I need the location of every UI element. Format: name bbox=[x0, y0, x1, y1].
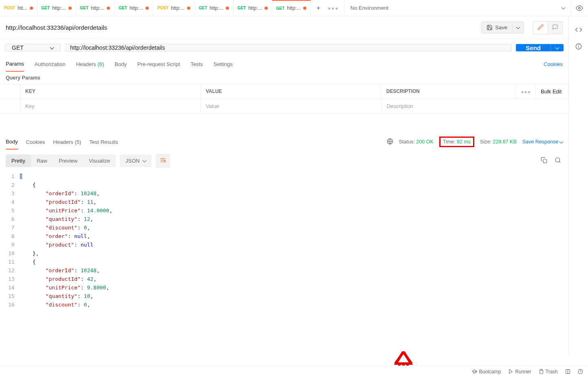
save-dropdown[interactable] bbox=[513, 22, 524, 33]
tab-method: GET bbox=[276, 6, 285, 11]
footer-panes-icon[interactable] bbox=[565, 369, 570, 374]
svg-line-7 bbox=[559, 161, 560, 163]
cookies-link[interactable]: Cookies bbox=[544, 61, 563, 67]
footer-help-icon[interactable] bbox=[578, 369, 583, 374]
size-label: Size: 228.67 KB bbox=[480, 139, 517, 145]
send-button[interactable]: Send bbox=[516, 44, 551, 51]
request-tab[interactable]: GEThttp:... bbox=[195, 0, 233, 16]
right-rail bbox=[568, 16, 588, 355]
new-tab-icon[interactable]: + bbox=[317, 4, 320, 12]
dirty-indicator bbox=[145, 7, 149, 10]
title-bar: http://localhost:33236/api/orderdetails … bbox=[0, 16, 568, 39]
param-key-input[interactable]: Key bbox=[20, 99, 201, 113]
svg-marker-10 bbox=[509, 370, 513, 374]
bulk-edit-button[interactable]: Bulk Edit bbox=[536, 84, 568, 99]
tab-method: POST bbox=[157, 6, 168, 10]
tab-method: GET bbox=[80, 6, 89, 10]
comment-icon[interactable] bbox=[548, 21, 563, 34]
dirty-indicator bbox=[264, 7, 268, 10]
tab-test-results[interactable]: Test Results bbox=[89, 135, 118, 149]
search-icon[interactable] bbox=[553, 155, 563, 166]
response-body[interactable]: 12345678910111213141516 [{"orderId": 102… bbox=[0, 172, 568, 366]
tab-response-body[interactable]: Body bbox=[6, 134, 18, 150]
tab-method: GET bbox=[238, 6, 246, 10]
wrap-lines-icon[interactable] bbox=[156, 154, 170, 168]
info-icon[interactable] bbox=[575, 43, 582, 51]
tab-label: http:... bbox=[171, 5, 185, 11]
params-table: KEY VALUE DESCRIPTION ∘∘∘ Bulk Edit Key … bbox=[0, 84, 568, 114]
request-tab[interactable]: GEThttp:... bbox=[37, 0, 76, 16]
request-tab[interactable]: POSThtt... bbox=[0, 0, 37, 16]
request-tab[interactable]: POSThttp:... bbox=[153, 0, 195, 16]
tab-response-cookies[interactable]: Cookies bbox=[26, 135, 45, 149]
tab-method: GET bbox=[119, 6, 127, 10]
tab-headers[interactable]: Headers (6) bbox=[76, 57, 104, 71]
time-label: Time: 92 ms bbox=[439, 137, 474, 147]
copy-icon[interactable] bbox=[539, 155, 549, 166]
tab-body[interactable]: Body bbox=[115, 57, 127, 71]
tab-response-headers[interactable]: Headers (5) bbox=[53, 135, 81, 149]
method-select[interactable]: GET bbox=[5, 44, 60, 51]
tab-params[interactable]: Params bbox=[6, 57, 24, 72]
dirty-indicator bbox=[226, 7, 229, 10]
param-desc-input[interactable]: Description bbox=[382, 99, 515, 113]
tab-authorization[interactable]: Authorization bbox=[35, 57, 66, 71]
environment-quicklook-icon[interactable] bbox=[571, 0, 588, 16]
param-value-input[interactable]: Value bbox=[201, 99, 381, 113]
dirty-indicator bbox=[30, 7, 33, 10]
status-bar: Bootcamp Runner Trash bbox=[0, 366, 588, 377]
request-title: http://localhost:33236/api/orderdetails bbox=[6, 24, 477, 31]
network-icon[interactable] bbox=[387, 138, 393, 146]
svg-rect-8 bbox=[399, 364, 407, 366]
column-description: DESCRIPTION bbox=[381, 84, 515, 99]
dirty-indicator bbox=[107, 7, 110, 10]
request-tabs: Params Authorization Headers (6) Body Pr… bbox=[0, 56, 568, 72]
dirty-indicator bbox=[303, 7, 306, 10]
code-icon[interactable] bbox=[575, 26, 582, 35]
request-tab[interactable]: GEThttp:... bbox=[272, 0, 311, 16]
view-preview[interactable]: Preview bbox=[53, 154, 83, 167]
tab-label: htt... bbox=[18, 5, 27, 11]
dirty-indicator bbox=[187, 7, 190, 10]
environment-selector[interactable]: No Environment bbox=[345, 0, 571, 16]
environment-label: No Environment bbox=[350, 5, 388, 11]
url-input[interactable]: http://localhost:33236/api/orderdetails bbox=[64, 44, 512, 51]
view-visualize[interactable]: Visualize bbox=[83, 154, 116, 167]
footer-bootcamp[interactable]: Bootcamp bbox=[472, 369, 501, 375]
save-button[interactable]: Save bbox=[481, 22, 513, 33]
view-pretty[interactable]: Pretty bbox=[6, 154, 31, 167]
tab-label: http:... bbox=[248, 5, 262, 11]
tab-tests[interactable]: Tests bbox=[191, 57, 203, 71]
chevron-down-icon bbox=[555, 45, 559, 49]
request-tab[interactable]: GEThttp:... bbox=[76, 0, 115, 16]
view-raw[interactable]: Raw bbox=[31, 154, 53, 167]
save-response-button[interactable]: Save Response bbox=[522, 139, 563, 145]
request-tab[interactable]: GEThttp:... bbox=[233, 0, 272, 16]
response-tabs: Body Cookies Headers (5) Test Results St… bbox=[0, 134, 568, 150]
chevron-down-icon bbox=[562, 6, 566, 10]
tab-options-icon[interactable]: ∘∘∘ bbox=[328, 5, 339, 11]
tab-pre-request[interactable]: Pre-request Script bbox=[137, 57, 180, 71]
format-select[interactable]: JSON bbox=[120, 154, 152, 167]
footer-runner[interactable]: Runner bbox=[508, 369, 531, 375]
tab-label: http:... bbox=[91, 5, 104, 11]
send-dropdown[interactable] bbox=[551, 44, 564, 51]
svg-point-0 bbox=[579, 7, 581, 9]
tab-label: http:... bbox=[210, 5, 223, 11]
request-tab[interactable]: GEThttp:... bbox=[115, 0, 153, 16]
chevron-down-icon bbox=[50, 45, 54, 49]
tab-settings[interactable]: Settings bbox=[214, 57, 233, 71]
tab-method: POST bbox=[4, 6, 15, 10]
tab-method: GET bbox=[199, 6, 207, 10]
status-label: Status: 200 OK bbox=[399, 139, 434, 145]
tab-label: http:... bbox=[130, 5, 143, 11]
footer-trash[interactable]: Trash bbox=[539, 369, 558, 375]
column-options-icon[interactable]: ∘∘∘ bbox=[515, 84, 536, 99]
tab-label: http:... bbox=[52, 5, 66, 11]
column-value: VALUE bbox=[201, 84, 381, 99]
chevron-down-icon bbox=[142, 159, 146, 163]
edit-icon[interactable] bbox=[533, 21, 548, 34]
svg-rect-5 bbox=[543, 159, 547, 163]
query-params-title: Query Params bbox=[0, 72, 568, 84]
tab-bar: POSThtt...GEThttp:...GEThttp:...GEThttp:… bbox=[0, 0, 588, 16]
